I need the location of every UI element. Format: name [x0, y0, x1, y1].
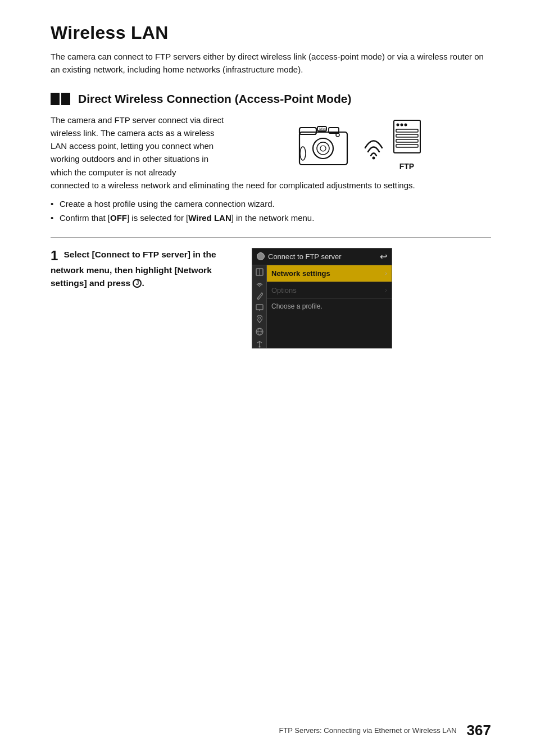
diagram-image: Nikon	[225, 114, 491, 171]
menu-back-arrow-icon: ↩	[380, 251, 387, 262]
svg-rect-23	[256, 305, 263, 310]
side-icon-wifi	[256, 280, 264, 287]
page-content: Wireless LAN The camera can connect to F…	[0, 0, 536, 382]
camera-icon: Nikon	[294, 120, 356, 170]
menu-body: Network settings › Options › Choose a pr…	[252, 265, 392, 348]
menu-info-text: Choose a profile.	[267, 299, 392, 314]
section-icon	[51, 93, 70, 105]
svg-point-30	[258, 346, 260, 347]
svg-rect-0	[299, 132, 347, 165]
menu-chevron-icon: ›	[385, 287, 387, 293]
svg-rect-16	[396, 134, 418, 137]
svg-rect-1	[299, 128, 316, 134]
svg-point-9	[300, 147, 306, 160]
side-icon-globe	[256, 328, 264, 336]
diagram-visual: Nikon	[294, 119, 423, 171]
intro-paragraph: The camera can connect to FTP servers ei…	[51, 50, 491, 76]
side-icon-network	[256, 268, 264, 276]
svg-rect-15	[396, 129, 418, 132]
diagram-row: The camera and FTP server connect via di…	[51, 114, 491, 179]
page-title: Wireless LAN	[51, 22, 491, 43]
side-icon-pencil	[256, 292, 263, 300]
step-instruction: Select [Connect to FTP server] in the ne…	[51, 250, 216, 288]
menu-item-network-settings[interactable]: Network settings ›	[267, 265, 392, 282]
menu-chevron-icon: ›	[385, 270, 387, 277]
step-left: 1 Select [Connect to FTP server] in the …	[51, 248, 236, 290]
menu-header-title: Connect to FTP server	[268, 252, 342, 261]
svg-point-13	[400, 123, 403, 126]
step-number: 1	[51, 248, 58, 263]
menu-header-left: Connect to FTP server	[257, 252, 342, 261]
menu-screenshot: Connect to FTP server ↩	[252, 248, 392, 348]
menu-item-options[interactable]: Options ›	[267, 282, 392, 299]
bullet-list: Create a host profile using the camera c…	[51, 197, 491, 225]
svg-text:Nikon: Nikon	[318, 127, 326, 130]
svg-point-4	[320, 146, 326, 151]
footer-text: FTP Servers: Connecting via Ethernet or …	[279, 726, 456, 735]
wifi-icon	[362, 128, 385, 162]
svg-rect-17	[396, 139, 418, 142]
svg-point-2	[313, 138, 333, 159]
menu-item-label: Network settings	[271, 269, 330, 278]
side-icons-column	[252, 265, 267, 348]
menu-content-column: Network settings › Options › Choose a pr…	[267, 265, 392, 348]
ftp-server: FTP	[392, 119, 423, 171]
svg-point-14	[404, 123, 407, 126]
side-icon-screen	[256, 304, 264, 311]
diagram-text: The camera and FTP server connect via di…	[51, 114, 225, 179]
svg-line-22	[257, 298, 258, 300]
svg-point-10	[372, 156, 375, 159]
page-footer: FTP Servers: Connecting via Ethernet or …	[0, 722, 536, 739]
svg-point-12	[396, 123, 399, 126]
svg-point-25	[258, 317, 261, 319]
svg-point-3	[317, 142, 329, 155]
menu-item-label: Options	[271, 286, 297, 295]
step-right: Connect to FTP server ↩	[252, 248, 491, 348]
ftp-label: FTP	[399, 162, 414, 171]
continuation-text: connected to a wireless network and elim…	[51, 179, 491, 192]
step-1-row: 1 Select [Connect to FTP server] in the …	[51, 248, 491, 348]
menu-header-icon	[257, 252, 265, 260]
side-icon-antenna	[256, 340, 264, 348]
menu-header: Connect to FTP server ↩	[252, 248, 392, 265]
svg-rect-18	[396, 144, 418, 147]
svg-point-21	[258, 286, 260, 287]
bullet-item-1: Create a host profile using the camera c…	[51, 197, 491, 210]
section1-title: Direct Wireless Connection (Access-Point…	[51, 92, 491, 106]
side-icon-pin	[257, 315, 262, 323]
page-number: 367	[467, 722, 491, 739]
bullet-item-2: Confirm that [OFF] is selected for [Wire…	[51, 211, 491, 224]
ftp-server-icon	[392, 119, 423, 160]
ok-button-icon: J	[133, 279, 142, 288]
step-divider	[51, 237, 491, 238]
